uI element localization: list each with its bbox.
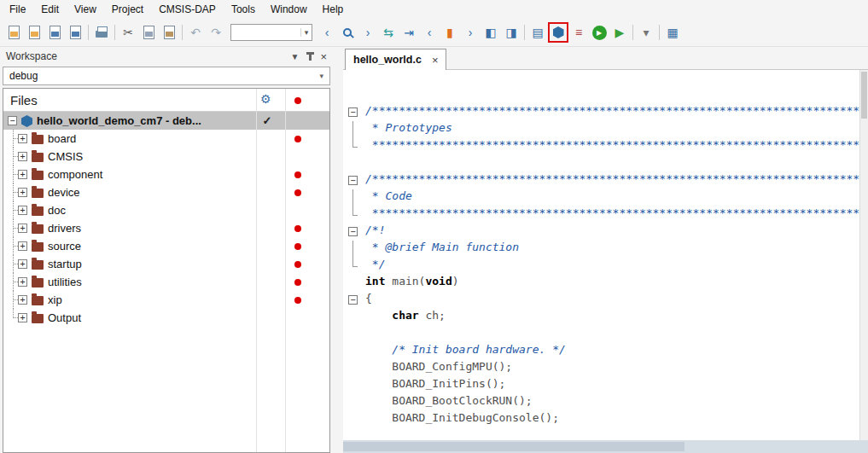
tree-item-component[interactable]: +component xyxy=(3,166,329,183)
code-line: * Prototypes xyxy=(343,121,859,138)
expand-icon[interactable]: + xyxy=(18,241,27,251)
undo-button[interactable]: ↶ xyxy=(185,22,206,43)
vertical-scrollbar-thumb[interactable] xyxy=(861,72,867,119)
menu-bar: FileEditViewProjectCMSIS-DAPToolsWindowH… xyxy=(0,0,868,19)
code-text: /***************************************… xyxy=(365,104,859,121)
cut-button[interactable]: ✂ xyxy=(118,22,138,43)
fold-line xyxy=(352,258,353,266)
toolbar-overflow-button[interactable]: ▾ xyxy=(636,22,656,43)
expand-icon[interactable]: + xyxy=(18,313,27,322)
tree-item-device[interactable]: +device xyxy=(3,183,329,201)
tree-item-drivers[interactable]: +drivers xyxy=(3,219,329,237)
search-next-button[interactable]: › xyxy=(358,22,378,43)
quick-search-input[interactable] xyxy=(231,27,300,38)
search-prev-button[interactable]: ‹ xyxy=(317,22,337,43)
menu-tools[interactable]: Tools xyxy=(224,1,263,18)
fold-margin[interactable]: − xyxy=(343,292,365,309)
redo-button[interactable]: ↷ xyxy=(206,22,226,43)
copy-button[interactable] xyxy=(138,22,159,43)
code-text: * @brief Main function xyxy=(365,241,519,258)
menu-edit[interactable]: Edit xyxy=(33,1,67,18)
tree-item-startup[interactable]: +startup xyxy=(3,255,329,273)
combo-chevron-down-icon[interactable]: ▾ xyxy=(300,28,312,37)
modified-dot xyxy=(294,136,301,142)
tree-item-source[interactable]: +source xyxy=(3,237,329,255)
tree-item-xip[interactable]: +xip xyxy=(3,291,329,309)
fold-margin xyxy=(343,206,365,224)
tree-item-cmsis[interactable]: +CMSIS xyxy=(3,148,329,166)
open-document-button[interactable] xyxy=(24,22,44,43)
expand-icon[interactable]: + xyxy=(18,188,27,197)
menu-cmsis-dap[interactable]: CMSIS-DAP xyxy=(151,1,224,18)
expand-icon[interactable]: + xyxy=(18,259,27,269)
expand-icon[interactable]: + xyxy=(18,170,27,179)
workspace-pin-icon[interactable] xyxy=(309,53,312,61)
tree-item-doc[interactable]: +doc xyxy=(3,201,329,219)
fold-margin xyxy=(343,138,365,155)
horizontal-scrollbar[interactable] xyxy=(343,440,868,453)
vertical-scrollbar[interactable] xyxy=(859,70,868,440)
code-area[interactable]: −/**************************************… xyxy=(343,70,859,440)
fold-margin[interactable]: − xyxy=(343,224,365,241)
workspace-close-icon[interactable]: × xyxy=(320,50,327,63)
config-dropdown[interactable]: debug ▾ xyxy=(3,67,330,85)
compile-button[interactable]: ▤ xyxy=(527,22,548,43)
print-button[interactable] xyxy=(91,22,112,43)
gear-icon[interactable]: ⚙ xyxy=(260,92,271,106)
files-tree: −hello_world_demo_cm7 - deb...✓+board+CM… xyxy=(3,112,329,327)
menu-project[interactable]: Project xyxy=(104,1,151,18)
chevron-down-icon: ▾ xyxy=(319,72,323,80)
toggle-bookmark-button[interactable]: ▮ xyxy=(440,22,460,43)
goto-button[interactable]: ⇥ xyxy=(399,22,419,43)
expand-icon[interactable]: + xyxy=(18,295,27,305)
new-document-button[interactable] xyxy=(3,22,24,43)
expand-icon[interactable]: + xyxy=(18,206,27,215)
find-button[interactable] xyxy=(337,22,358,43)
workspace-menu-icon[interactable]: ▼ xyxy=(291,52,300,61)
tree-item-utilities[interactable]: +utilities xyxy=(3,273,329,291)
tree-item-output[interactable]: +Output xyxy=(3,309,329,327)
expand-icon[interactable]: + xyxy=(18,277,27,287)
custom-icon-button[interactable]: ▦ xyxy=(662,22,683,43)
folder-icon xyxy=(32,242,44,252)
navigate-back-button[interactable]: ◧ xyxy=(481,22,501,43)
paste-button[interactable] xyxy=(159,22,179,43)
expand-icon[interactable]: + xyxy=(18,134,27,143)
save-all-button[interactable] xyxy=(65,22,85,43)
fold-collapse-icon[interactable]: − xyxy=(348,176,358,185)
expand-icon[interactable]: + xyxy=(18,152,27,161)
download-and-debug-button[interactable]: ▶ xyxy=(589,22,609,43)
tree-item-project-root[interactable]: −hello_world_demo_cm7 - deb...✓ xyxy=(3,112,329,130)
menu-help[interactable]: Help xyxy=(315,1,352,18)
fold-margin[interactable]: − xyxy=(343,172,365,189)
fold-collapse-icon[interactable]: − xyxy=(348,295,358,305)
fold-collapse-icon[interactable]: − xyxy=(348,107,358,117)
prev-bookmark-button[interactable]: ‹ xyxy=(419,22,440,43)
replace-button[interactable]: ⇆ xyxy=(378,22,399,43)
tree-item-label: CMSIS xyxy=(48,150,83,163)
navigate-forward-button[interactable]: ◨ xyxy=(501,22,521,43)
tab-hello-world-c[interactable]: hello_world.c × xyxy=(345,49,446,70)
menu-file[interactable]: File xyxy=(2,1,33,18)
panel-splitter[interactable] xyxy=(333,47,343,453)
code-text: /*! xyxy=(365,224,385,241)
horizontal-scrollbar-thumb[interactable] xyxy=(343,442,684,451)
fold-collapse-icon[interactable]: − xyxy=(348,227,358,236)
tree-item-label: drivers xyxy=(48,222,81,235)
menu-window[interactable]: Window xyxy=(263,1,315,18)
menu-view[interactable]: View xyxy=(67,1,104,18)
save-button[interactable] xyxy=(44,22,65,43)
stop-build-button[interactable]: ≡ xyxy=(568,22,589,43)
code-text: * Code xyxy=(365,189,412,206)
tree-item-board[interactable]: +board xyxy=(3,130,329,148)
quick-search-combobox[interactable]: ▾ xyxy=(230,24,312,41)
debug-without-downloading-button[interactable]: ▶ xyxy=(609,22,630,43)
code-text: BOARD_ConfigMPU(); xyxy=(365,360,512,377)
expand-icon[interactable]: + xyxy=(18,224,27,233)
collapse-icon[interactable]: − xyxy=(8,116,17,125)
tab-close-icon[interactable]: × xyxy=(432,54,439,67)
fold-margin[interactable]: − xyxy=(343,104,365,121)
files-header: Files ⚙ xyxy=(3,89,329,112)
next-bookmark-button[interactable]: › xyxy=(460,22,481,43)
make-button[interactable] xyxy=(548,22,568,43)
